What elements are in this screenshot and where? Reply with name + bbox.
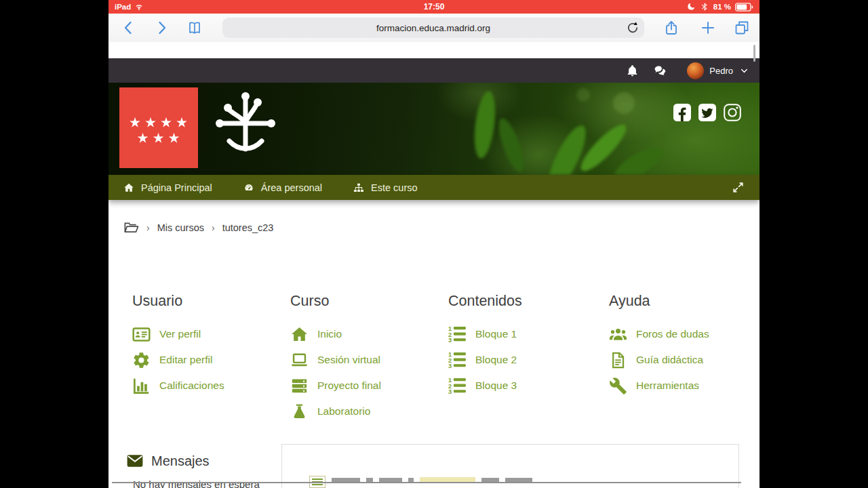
users-icon [609,325,627,344]
column-title: Usuario [132,293,283,310]
link-label: Foros de dudas [636,328,709,340]
messages-section: Mensajes No hay mensajes en espera [108,444,760,488]
nav-label: Este curso [371,182,418,193]
forward-icon [153,20,170,36]
link-label: Ver perfil [159,328,201,340]
column-ayuda: Ayuda Foros de dudas Guía didáctica Herr… [609,293,760,399]
numbered-list-icon [448,377,467,395]
bookmarks-icon [186,20,203,36]
link-foros-de-dudas[interactable]: Foros de dudas [609,321,760,347]
scrollbar[interactable] [753,45,755,62]
comunidad-de-madrid-flag [119,87,198,168]
expand-arrows-icon[interactable] [732,181,745,194]
column-title: Curso [290,293,441,310]
instagram-icon[interactable] [723,103,742,122]
battery-percent: 81 % [713,3,731,11]
status-bar: iPad 17:50 81 % [108,0,760,14]
nav-item-area-personal[interactable]: Área personal [243,182,322,193]
site-header: Pedro [108,58,760,83]
link-ver-perfil[interactable]: Ver perfil [132,321,283,347]
breadcrumb-mis-cursos[interactable]: Mis cursos [157,222,204,233]
educamadrid-tree-logo [212,89,279,167]
link-label: Herramientas [636,380,699,392]
link-bloque-2[interactable]: Bloque 2 [448,347,599,373]
link-editar-perfil[interactable]: Editar perfil [132,347,283,373]
link-label: Inicio [317,328,342,340]
flask-icon [290,403,309,421]
link-bloque-1[interactable]: Bloque 1 [448,321,599,347]
twitter-icon[interactable] [698,103,717,122]
messages-empty-text: No hay mensajes en espera [133,479,260,488]
user-name[interactable]: Pedro [709,66,733,76]
column-contenidos: Contenidos Bloque 1 Bloque 2 Bloque 3 [448,293,599,399]
back-icon [121,20,137,36]
share-icon [663,20,679,36]
column-title: Ayuda [609,293,760,310]
column-title: Contenidos [448,293,599,310]
nav-item-pagina-principal[interactable]: Página Principal [123,182,212,193]
banner [108,83,760,175]
social-links [673,103,742,122]
sitemap-icon [353,182,364,193]
link-label: Bloque 2 [475,354,517,366]
battery-icon [735,3,753,12]
nav-item-este-curso[interactable]: Este curso [353,182,418,193]
bluetooth-icon [700,2,709,12]
main-navigation: Página Principal Área personal Este curs… [108,175,760,200]
browser-toolbar: formacion.educa.madrid.org [108,14,760,43]
tabs-icon [734,20,750,36]
link-proyecto-final[interactable]: Proyecto final [290,373,441,399]
link-laboratorio[interactable]: Laboratorio [290,399,441,424]
facebook-icon[interactable] [673,103,692,122]
address-bar[interactable]: formacion.educa.madrid.org [222,18,644,38]
share-button[interactable] [663,20,679,36]
url-text: formacion.educa.madrid.org [376,23,490,33]
link-calificaciones[interactable]: Calificaciones [132,373,283,399]
nav-label: Área personal [261,182,322,193]
bookmarks-button[interactable] [186,20,203,36]
reload-icon[interactable] [626,21,639,35]
clock: 17:50 [108,2,760,12]
home-icon [123,182,134,193]
column-usuario: Usuario Ver perfil Editar perfil Calific… [132,293,283,399]
link-label: Editar perfil [159,354,212,366]
nav-label: Página Principal [141,182,212,193]
id-card-icon [132,325,151,344]
new-tab-button[interactable] [700,20,716,36]
link-herramientas[interactable]: Herramientas [609,373,760,399]
messages-bubble-icon[interactable] [654,64,667,77]
forward-button[interactable] [153,20,170,36]
divider-line [112,482,741,483]
plus-icon [700,20,716,36]
breadcrumb-separator: › [212,222,215,233]
breadcrumb: › Mis cursos › tutores_c23 [123,220,273,235]
home-icon [290,325,309,344]
link-label: Bloque 3 [475,380,517,392]
gear-icon [132,351,151,369]
moon-icon [686,2,696,12]
link-guia-didactica[interactable]: Guía didáctica [609,347,760,373]
server-icon [290,377,309,395]
link-label: Bloque 1 [475,328,517,340]
link-inicio[interactable]: Inicio [290,321,441,347]
tabs-button[interactable] [734,20,750,36]
chevron-down-icon[interactable] [740,66,749,75]
link-sesion-virtual[interactable]: Sesión virtual [290,347,441,373]
back-button[interactable] [121,20,137,36]
bar-chart-icon [132,377,151,395]
link-label: Proyecto final [317,380,381,392]
column-curso: Curso Inicio Sesión virtual Proyecto fin… [290,293,441,424]
dashboard-icon [243,182,254,193]
bell-icon[interactable] [626,64,639,77]
wrench-icon [609,377,627,395]
link-label: Guía didáctica [636,354,703,366]
breadcrumb-separator: › [146,222,150,233]
leaf-decoration [108,83,760,175]
avatar[interactable] [687,62,704,79]
ipad-screen: iPad 17:50 81 % formacion.educa.madrid.o… [108,0,760,488]
folder-icon[interactable] [123,220,139,235]
laptop-icon [290,351,309,369]
link-bloque-3[interactable]: Bloque 3 [448,373,599,399]
breadcrumb-course: tutores_c23 [222,222,274,233]
link-label: Calificaciones [159,380,224,392]
